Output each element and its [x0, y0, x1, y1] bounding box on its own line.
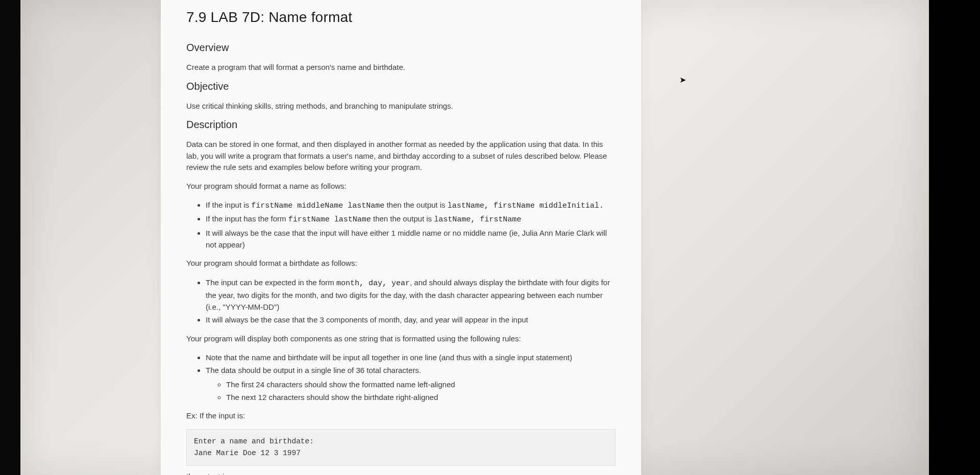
list-item: If the input is firstName middleName las…: [206, 199, 616, 212]
description-intro: Data can be stored in one format, and th…: [186, 139, 616, 173]
objective-text: Use critical thinking skills, string met…: [186, 101, 616, 112]
text: Note that the name and birthdate will be…: [206, 353, 572, 362]
photo-background: 7.9 LAB 7D: Name format Overview Create …: [20, 0, 929, 475]
code-text: firstName lastName: [288, 215, 371, 224]
text: then the output is: [371, 214, 434, 223]
example-code-block: Enter a name and birthdate: Jane Marie D…: [186, 429, 616, 466]
overview-heading: Overview: [186, 42, 616, 54]
date-rules-list: The input can be expected in the form mo…: [186, 277, 616, 326]
list-item: It will always be the case that the inpu…: [206, 227, 616, 251]
code-text: lastName, firstName: [434, 215, 521, 224]
text: It will always be the case that the 3 co…: [206, 315, 528, 324]
list-item: The data should be output in a single li…: [206, 364, 616, 403]
text: If the input has the form: [206, 214, 288, 223]
text: then the output is: [384, 201, 447, 209]
text: The data should be output in a single li…: [206, 366, 421, 374]
page-title: 7.9 LAB 7D: Name format: [186, 9, 616, 26]
name-rules-list: If the input is firstName middleName las…: [186, 199, 616, 251]
description-heading: Description: [186, 119, 616, 131]
output-intro: the output is:: [186, 471, 616, 475]
combined-rules-intro: Your program will display both component…: [186, 333, 616, 345]
text: It will always be the case that the inpu…: [206, 229, 607, 249]
date-rules-intro: Your program should format a birthdate a…: [186, 258, 616, 269]
list-item: Note that the name and birthdate will be…: [206, 352, 616, 363]
objective-heading: Objective: [186, 81, 616, 92]
text: If the input is: [206, 201, 251, 209]
list-item: The first 24 characters should show the …: [226, 379, 616, 390]
combined-rules-list: Note that the name and birthdate will be…: [186, 352, 616, 403]
document-content: 7.9 LAB 7D: Name format Overview Create …: [161, 0, 641, 475]
list-item: The input can be expected in the form mo…: [206, 277, 616, 313]
sub-list: The first 24 characters should show the …: [206, 379, 616, 404]
example-intro: Ex: If the input is:: [186, 410, 616, 422]
list-item: If the input has the form firstName last…: [206, 213, 616, 226]
name-rules-intro: Your program should format a name as fol…: [186, 181, 616, 192]
list-item: The next 12 characters should show the b…: [226, 391, 616, 403]
code-text: month, day, year: [336, 279, 410, 288]
overview-text: Create a program that will format a pers…: [186, 62, 616, 73]
text: The input can be expected in the form: [206, 278, 336, 287]
code-text: firstName middleName lastName: [251, 202, 384, 210]
right-dark-region: [929, 0, 980, 475]
code-text: lastName, firstName middleInitial.: [448, 202, 604, 210]
list-item: It will always be the case that the 3 co…: [206, 314, 616, 326]
mouse-cursor-icon: ➤: [679, 75, 686, 85]
